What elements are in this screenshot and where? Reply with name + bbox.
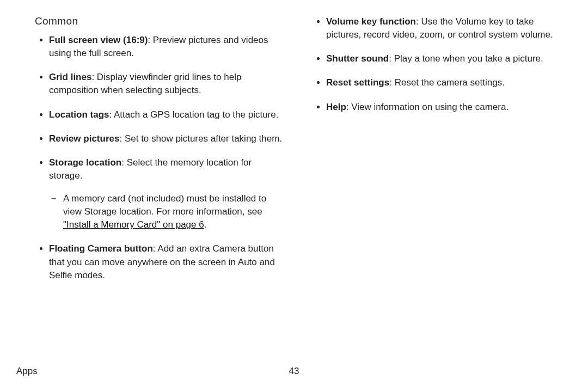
sub-list: A memory card (not included) must be ins…: [49, 192, 285, 231]
list-item: Reset settings: Reset the camera setting…: [326, 76, 562, 89]
item-desc: : View information on using the camera.: [346, 102, 509, 112]
list-item: Help: View information on using the came…: [326, 101, 562, 114]
item-desc: : Set to show pictures after taking them…: [119, 133, 282, 144]
item-title: Shutter sound: [326, 53, 389, 64]
item-title: Full screen view (16:9): [49, 35, 148, 45]
list-item: Volume key function: Use the Volume key …: [326, 15, 562, 41]
feature-list-right: Volume key function: Use the Volume key …: [311, 15, 562, 114]
list-item: Location tags: Attach a GPS location tag…: [49, 108, 285, 121]
feature-list-left: Full screen view (16:9): Preview picture…: [34, 34, 285, 282]
section-heading: Common: [35, 15, 285, 27]
list-item: Grid lines: Display viewfinder grid line…: [49, 71, 285, 97]
sub-list-item: A memory card (not included) must be ins…: [61, 192, 285, 231]
column-left: Common Full screen view (16:9): Preview …: [34, 15, 285, 293]
item-desc: : Reset the camera settings.: [389, 77, 505, 88]
item-desc: : Attach a GPS location tag to the pictu…: [109, 109, 279, 120]
item-title: Reset settings: [326, 77, 389, 88]
item-title: Review pictures: [49, 133, 119, 144]
item-title: Volume key function: [326, 16, 416, 27]
sub-text-post: .: [204, 219, 207, 230]
two-column-layout: Common Full screen view (16:9): Preview …: [34, 15, 562, 293]
item-title: Storage location: [49, 157, 121, 168]
item-title: Help: [326, 102, 346, 112]
item-desc: : Play a tone when you take a picture.: [389, 53, 543, 64]
list-item: Floating Camera button: Add an extra Cam…: [49, 242, 285, 281]
list-item: Review pictures: Set to show pictures af…: [49, 132, 285, 145]
sub-text-pre: A memory card (not included) must be ins…: [63, 193, 266, 217]
cross-reference-link[interactable]: "Install a Memory Card" on page 6: [63, 219, 204, 230]
manual-page: Common Full screen view (16:9): Preview …: [0, 0, 588, 392]
list-item: Shutter sound: Play a tone when you take…: [326, 52, 562, 65]
list-item: Storage location: Select the memory loca…: [49, 156, 285, 232]
footer-section-label: Apps: [16, 366, 38, 377]
list-item: Full screen view (16:9): Preview picture…: [49, 34, 285, 60]
item-title: Grid lines: [49, 72, 91, 82]
item-title: Location tags: [49, 109, 109, 120]
page-number: 43: [289, 366, 299, 377]
item-title: Floating Camera button: [49, 243, 153, 254]
column-right: Volume key function: Use the Volume key …: [311, 15, 562, 293]
